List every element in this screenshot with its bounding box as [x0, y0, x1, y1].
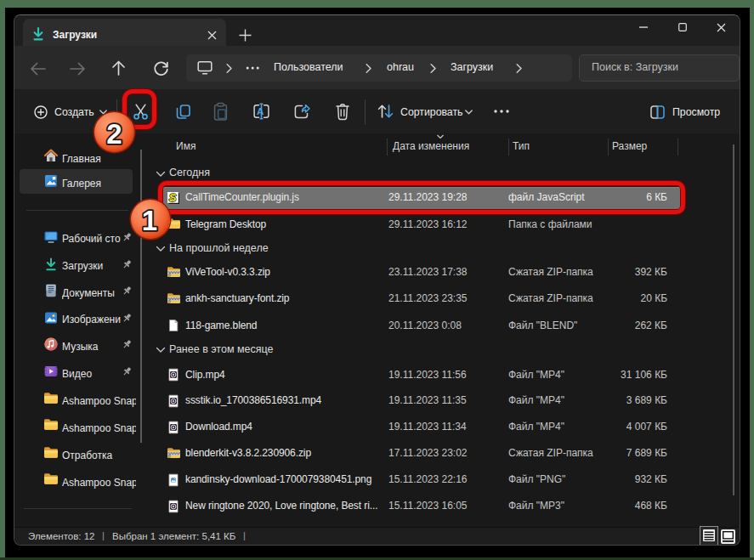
svg-text:2: 2 — [106, 118, 122, 150]
svg-text:1: 1 — [142, 205, 157, 236]
svg-text:A: A — [257, 106, 264, 116]
